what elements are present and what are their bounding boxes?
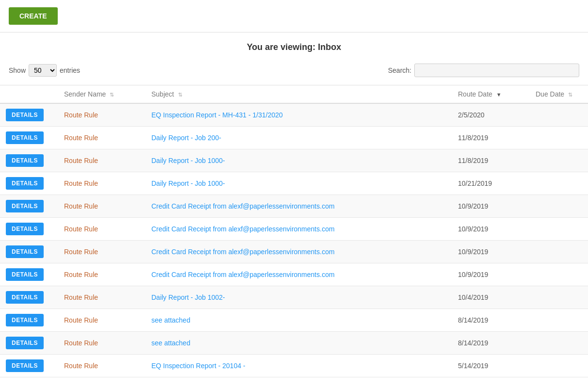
subject-text[interactable]: Credit Card Receipt from alexf@paperless… <box>151 271 335 278</box>
entries-select[interactable]: 102550100 <box>29 64 57 77</box>
sender-cell: Route Rule <box>58 172 146 195</box>
due-date-cell <box>530 127 588 149</box>
table-header: Sender Name ⇅ Subject ⇅ Route Date ▼ Due… <box>0 85 588 104</box>
action-cell: DETAILS <box>0 355 58 377</box>
sender-name: Route Rule <box>64 293 98 301</box>
sort-icon-sender: ⇅ <box>110 92 114 98</box>
subject-cell: Credit Card Receipt from alexf@paperless… <box>146 263 452 286</box>
subject-cell: Daily Report - Job 1000- <box>146 172 452 195</box>
route-date-cell: 10/9/2019 <box>452 241 530 263</box>
due-date-cell <box>530 263 588 286</box>
details-button[interactable]: DETAILS <box>6 245 44 258</box>
subject-text[interactable]: Credit Card Receipt from alexf@paperless… <box>151 225 335 233</box>
details-button[interactable]: DETAILS <box>6 131 44 144</box>
sender-name: Route Rule <box>64 362 98 370</box>
sender-cell: Route Rule <box>58 355 146 377</box>
sender-name: Route Rule <box>64 202 98 210</box>
due-date-cell <box>530 309 588 332</box>
col-header-sender[interactable]: Sender Name ⇅ <box>58 85 146 104</box>
due-date-cell <box>530 286 588 309</box>
details-button[interactable]: DETAILS <box>6 291 44 304</box>
sender-cell: Route Rule <box>58 218 146 241</box>
table-row: DETAILSRoute RuleCredit Card Receipt fro… <box>0 195 588 218</box>
action-cell: DETAILS <box>0 263 58 286</box>
sender-cell: Route Rule <box>58 241 146 263</box>
route-date-cell: 10/9/2019 <box>452 195 530 218</box>
due-date-cell <box>530 195 588 218</box>
subject-cell: EQ Inspection Report - 20104 - <box>146 355 452 377</box>
sort-icon-subject: ⇅ <box>178 92 182 98</box>
details-button[interactable]: DETAILS <box>6 109 44 121</box>
page-title: You are viewing: Inbox <box>0 32 588 60</box>
subject-text[interactable]: EQ Inspection Report - MH-431 - 1/31/202… <box>151 111 283 119</box>
search-input[interactable] <box>414 64 579 77</box>
col-header-subject[interactable]: Subject ⇅ <box>146 85 452 104</box>
action-cell: DETAILS <box>0 332 58 355</box>
subject-text[interactable]: Daily Report - Job 1002- <box>151 293 225 301</box>
subject-cell: see attached <box>146 332 452 355</box>
sender-name: Route Rule <box>64 179 98 187</box>
details-button[interactable]: DETAILS <box>6 200 44 212</box>
action-cell: DETAILS <box>0 195 58 218</box>
sort-icon-due-date: ⇅ <box>568 92 572 98</box>
action-cell: DETAILS <box>0 286 58 309</box>
subject-cell: Credit Card Receipt from alexf@paperless… <box>146 195 452 218</box>
sender-cell: Route Rule <box>58 263 146 286</box>
subject-text[interactable]: Daily Report - Job 1000- <box>151 157 225 164</box>
table-row: DETAILSRoute RuleCredit Card Receipt fro… <box>0 241 588 263</box>
table-row: DETAILSRoute RuleDaily Report - Job 200-… <box>0 127 588 149</box>
subject-cell: Credit Card Receipt from alexf@paperless… <box>146 241 452 263</box>
sender-cell: Route Rule <box>58 286 146 309</box>
route-date-value: 8/14/2019 <box>458 316 488 324</box>
due-date-cell <box>530 218 588 241</box>
action-cell: DETAILS <box>0 172 58 195</box>
table-row: DETAILSRoute RuleDaily Report - Job 1002… <box>0 286 588 309</box>
details-button[interactable]: DETAILS <box>6 177 44 190</box>
subject-cell: Credit Card Receipt from alexf@paperless… <box>146 218 452 241</box>
create-button[interactable]: CREATE <box>9 7 58 25</box>
subject-cell: EQ Inspection Report - MH-431 - 1/31/202… <box>146 103 452 127</box>
show-entries-group: Show 102550100 entries <box>9 64 80 77</box>
subject-text[interactable]: see attached <box>151 339 190 347</box>
subject-text[interactable]: Credit Card Receipt from alexf@paperless… <box>151 202 335 210</box>
route-date-cell: 11/8/2019 <box>452 127 530 149</box>
due-date-cell <box>530 332 588 355</box>
sender-name: Route Rule <box>64 316 98 324</box>
entries-text: entries <box>60 66 80 74</box>
table-row: DETAILSRoute RuleEQ Inspection Report - … <box>0 355 588 377</box>
table-row: DETAILSRoute Rulesee attached8/14/2019 <box>0 332 588 355</box>
sender-name: Route Rule <box>64 271 98 278</box>
route-date-cell: 10/21/2019 <box>452 172 530 195</box>
col-header-due-date[interactable]: Due Date ⇅ <box>530 85 588 104</box>
table-row: DETAILSRoute RuleCredit Card Receipt fro… <box>0 218 588 241</box>
route-date-value: 11/8/2019 <box>458 157 488 164</box>
subject-text[interactable]: EQ Inspection Report - 20104 - <box>151 362 245 370</box>
subject-text[interactable]: Daily Report - Job 1000- <box>151 179 225 187</box>
details-button[interactable]: DETAILS <box>6 314 44 326</box>
due-date-cell <box>530 149 588 172</box>
action-cell: DETAILS <box>0 103 58 127</box>
subject-cell: Daily Report - Job 200- <box>146 127 452 149</box>
details-button[interactable]: DETAILS <box>6 359 44 372</box>
details-button[interactable]: DETAILS <box>6 223 44 235</box>
route-date-value: 10/9/2019 <box>458 202 488 210</box>
table-body: DETAILSRoute RuleEQ Inspection Report - … <box>0 103 588 377</box>
route-date-cell: 10/9/2019 <box>452 218 530 241</box>
action-cell: DETAILS <box>0 218 58 241</box>
search-label: Search: <box>388 66 411 74</box>
subject-text[interactable]: Credit Card Receipt from alexf@paperless… <box>151 248 335 256</box>
details-button[interactable]: DETAILS <box>6 154 44 167</box>
sender-cell: Route Rule <box>58 127 146 149</box>
show-label: Show <box>9 66 26 74</box>
route-date-value: 10/9/2019 <box>458 248 488 256</box>
due-date-cell <box>530 241 588 263</box>
details-button[interactable]: DETAILS <box>6 337 44 349</box>
due-date-cell <box>530 172 588 195</box>
subject-text[interactable]: see attached <box>151 316 190 324</box>
route-date-value: 11/8/2019 <box>458 134 488 142</box>
subject-cell: Daily Report - Job 1002- <box>146 286 452 309</box>
table-row: DETAILSRoute RuleCredit Card Receipt fro… <box>0 263 588 286</box>
col-header-route-date[interactable]: Route Date ▼ <box>452 85 530 104</box>
details-button[interactable]: DETAILS <box>6 268 44 281</box>
subject-text[interactable]: Daily Report - Job 200- <box>151 134 221 142</box>
